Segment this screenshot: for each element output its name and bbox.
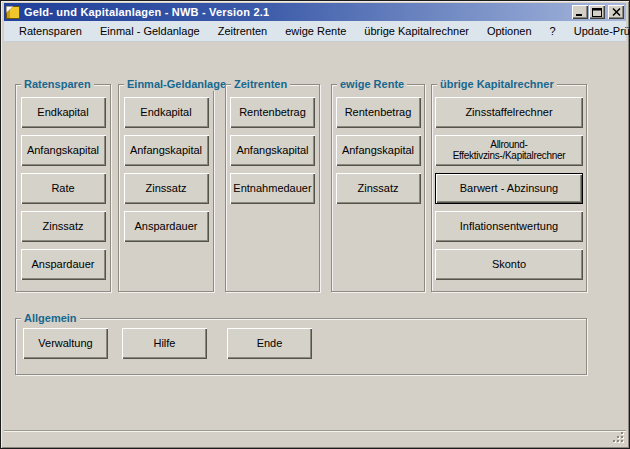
group-title-ewige-rente: ewige Rente <box>337 78 407 91</box>
ende-button[interactable]: Ende <box>227 328 312 359</box>
ratensparen-anspardauer-button[interactable]: Anspardauer <box>21 249 106 280</box>
skonto-button[interactable]: Skonto <box>435 249 583 280</box>
menu-zeitrenten[interactable]: Zeitrenten <box>209 22 277 40</box>
group-ewige-rente: ewige Rente Rentenbetrag Anfangskapital … <box>331 84 425 292</box>
ratensparen-anfangskapital-button[interactable]: Anfangskapital <box>21 135 106 166</box>
menu-uebrige-kapitalrechner[interactable]: übrige Kapitalrechner <box>355 22 478 40</box>
zeitrenten-anfangskapital-button[interactable]: Anfangskapital <box>230 135 315 166</box>
client-area: Ratensparen Endkapital Anfangskapital Ra… <box>4 42 626 445</box>
menu-einmal-geldanlage[interactable]: Einmal - Geldanlage <box>91 22 209 40</box>
group-zeitrenten: Zeitrenten Rentenbetrag Anfangskapital E… <box>225 84 320 292</box>
window-title: Geld- und Kapitalanlagen - NWB - Version… <box>24 6 572 18</box>
menu-ratensparen[interactable]: Ratensparen <box>10 22 91 40</box>
title-bar[interactable]: Geld- und Kapitalanlagen - NWB - Version… <box>4 3 626 21</box>
zeitrenten-rentenbetrag-button[interactable]: Rentenbetrag <box>230 97 315 128</box>
einmal-endkapital-button[interactable]: Endkapital <box>124 97 209 128</box>
einmal-anfangskapital-button[interactable]: Anfangskapital <box>124 135 209 166</box>
resize-grip-icon[interactable] <box>613 432 625 444</box>
inflationsentwertung-button[interactable]: Inflationsentwertung <box>435 211 583 242</box>
window-controls <box>572 5 624 19</box>
group-title-allgemein: Allgemein <box>21 312 80 325</box>
group-ratensparen: Ratensparen Endkapital Anfangskapital Ra… <box>15 84 111 292</box>
group-title-ratensparen: Ratensparen <box>21 78 94 91</box>
hilfe-button[interactable]: Hilfe <box>122 328 207 359</box>
ratensparen-zinssatz-button[interactable]: Zinssatz <box>21 211 106 242</box>
ratensparen-endkapital-button[interactable]: Endkapital <box>21 97 106 128</box>
barwert-abzinsung-button[interactable]: Barwert - Abzinsung <box>435 173 583 204</box>
ratensparen-rate-button[interactable]: Rate <box>21 173 106 204</box>
minimize-icon[interactable] <box>572 5 588 19</box>
menu-update-pruefung[interactable]: Update-Prüfung <box>565 22 630 40</box>
ewige-rente-rentenbetrag-button[interactable]: Rentenbetrag <box>336 97 421 128</box>
app-icon <box>6 6 20 19</box>
group-allgemein: Allgemein Verwaltung Hilfe Ende <box>15 318 587 375</box>
group-title-uebrige-kapitalrechner: übrige Kapitalrechner <box>437 78 557 91</box>
maximize-icon[interactable] <box>589 5 605 19</box>
group-uebrige-kapitalrechner: übrige Kapitalrechner Zinsstaffelrechner… <box>431 84 587 292</box>
zinsstaffelrechner-button[interactable]: Zinsstaffelrechner <box>435 97 583 128</box>
ewige-rente-zinssatz-button[interactable]: Zinssatz <box>336 173 421 204</box>
menu-optionen[interactable]: Optionen <box>478 22 541 40</box>
ewige-rente-anfangskapital-button[interactable]: Anfangskapital <box>336 135 421 166</box>
einmal-anspardauer-button[interactable]: Anspardauer <box>124 211 209 242</box>
group-einmal-geldanlage: Einmal-Geldanlage Endkapital Anfangskapi… <box>118 84 214 292</box>
close-icon[interactable] <box>608 5 624 19</box>
group-title-einmal-geldanlage: Einmal-Geldanlage <box>124 78 229 91</box>
allround-effektivzins-kapitalrechner-button[interactable]: Allround- Effektivzins-/Kapitalrechner <box>435 135 583 166</box>
einmal-zinssatz-button[interactable]: Zinssatz <box>124 173 209 204</box>
menu-bar: Ratensparen Einmal - Geldanlage Zeitrent… <box>4 21 626 42</box>
menu-hilfe-fragezeichen[interactable]: ? <box>541 22 565 40</box>
app-window: Geld- und Kapitalanlagen - NWB - Version… <box>0 0 630 449</box>
verwaltung-button[interactable]: Verwaltung <box>23 328 108 359</box>
status-bar-divider <box>4 430 626 431</box>
menu-ewige-rente[interactable]: ewige Rente <box>276 22 355 40</box>
group-title-zeitrenten: Zeitrenten <box>231 78 290 91</box>
zeitrenten-entnahmedauer-button[interactable]: Entnahmedauer <box>230 173 315 204</box>
